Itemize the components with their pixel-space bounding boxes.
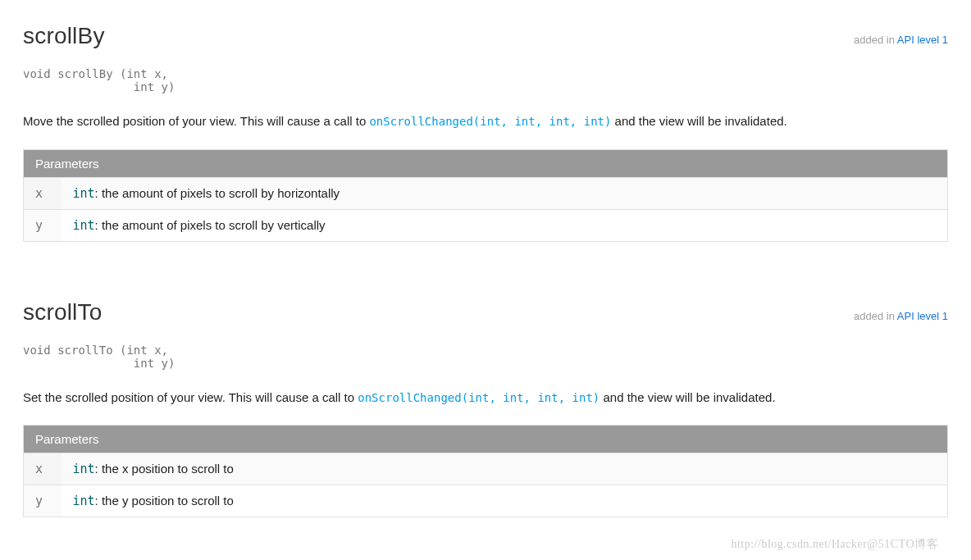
- param-colon: :: [95, 494, 102, 508]
- watermark: http://blog.csdn.net/Hacker@51CTO博客: [731, 537, 938, 552]
- method-title: scrollTo: [23, 299, 103, 326]
- method-description: Set the scrolled position of your view. …: [23, 388, 948, 407]
- param-colon: :: [95, 462, 102, 476]
- desc-after: and the view will be invalidated.: [599, 390, 775, 404]
- added-in-note: added in API level 1: [854, 34, 948, 46]
- parameters-header: Parameters: [24, 426, 948, 453]
- param-name: x: [24, 177, 62, 209]
- param-name: y: [24, 485, 62, 517]
- table-header-row: Parameters: [24, 149, 948, 177]
- title-row: scrollBy added in API level 1: [23, 23, 948, 49]
- param-desc: the x position to scroll to: [102, 462, 234, 476]
- method-signature: void scrollTo (int x, int y): [23, 344, 948, 370]
- table-row: y int: the y position to scroll to: [24, 485, 948, 517]
- parameters-table: Parameters x int: the x position to scro…: [23, 425, 948, 517]
- desc-before: Move the scrolled position of your view.…: [23, 114, 369, 128]
- added-in-note: added in API level 1: [854, 310, 948, 322]
- method-scrollto: scrollTo added in API level 1 void scrol…: [23, 299, 948, 518]
- param-name: y: [24, 209, 62, 241]
- title-row: scrollTo added in API level 1: [23, 299, 948, 326]
- param-name: x: [24, 453, 62, 485]
- param-desc: the amount of pixels to scroll by vertic…: [102, 218, 326, 232]
- param-type: int: [73, 186, 95, 201]
- param-colon: :: [95, 186, 102, 200]
- api-level-link[interactable]: API level 1: [897, 34, 948, 46]
- param-colon: :: [95, 218, 102, 232]
- method-scrollby: scrollBy added in API level 1 void scrol…: [23, 23, 948, 242]
- param-desc-cell: int: the y position to scroll to: [62, 485, 948, 517]
- desc-link[interactable]: onScrollChanged(int, int, int, int): [358, 391, 599, 404]
- param-desc-cell: int: the x position to scroll to: [62, 453, 948, 485]
- param-desc-cell: int: the amount of pixels to scroll by h…: [62, 177, 948, 209]
- desc-after: and the view will be invalidated.: [611, 114, 786, 128]
- parameters-header: Parameters: [24, 149, 948, 177]
- desc-before: Set the scrolled position of your view. …: [23, 390, 358, 404]
- added-in-prefix: added in: [854, 310, 897, 322]
- table-row: x int: the amount of pixels to scroll by…: [24, 177, 948, 209]
- api-level-link[interactable]: API level 1: [897, 310, 948, 322]
- param-desc-cell: int: the amount of pixels to scroll by v…: [62, 209, 948, 241]
- method-title: scrollBy: [23, 23, 105, 49]
- desc-link[interactable]: onScrollChanged(int, int, int, int): [369, 115, 611, 128]
- param-desc: the amount of pixels to scroll by horizo…: [102, 186, 340, 200]
- param-type: int: [73, 462, 95, 476]
- param-type: int: [73, 218, 95, 233]
- parameters-table: Parameters x int: the amount of pixels t…: [23, 149, 948, 242]
- table-row: x int: the x position to scroll to: [24, 453, 948, 485]
- param-desc: the y position to scroll to: [102, 494, 234, 508]
- table-header-row: Parameters: [24, 426, 948, 453]
- param-type: int: [73, 494, 95, 508]
- table-row: y int: the amount of pixels to scroll by…: [24, 209, 948, 241]
- method-signature: void scrollBy (int x, int y): [23, 67, 948, 93]
- added-in-prefix: added in: [854, 34, 897, 46]
- method-description: Move the scrolled position of your view.…: [23, 112, 948, 131]
